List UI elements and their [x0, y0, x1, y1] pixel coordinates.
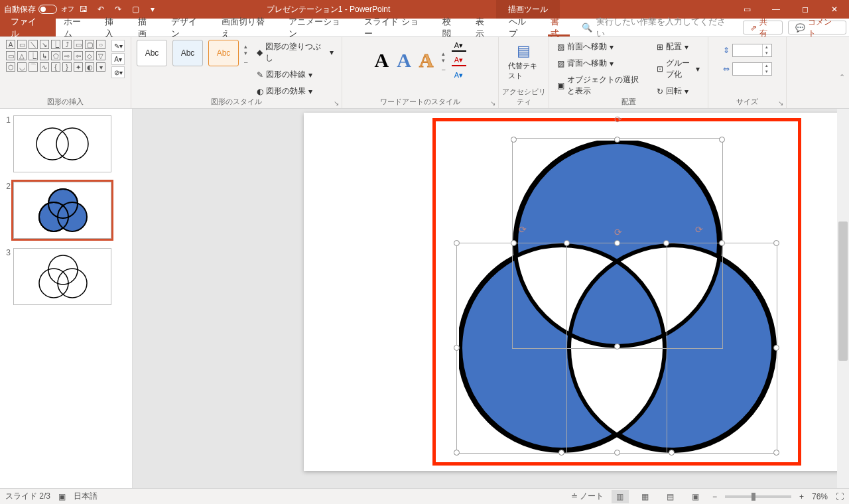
- zoom-in-icon[interactable]: +: [799, 492, 804, 501]
- resize-handle[interactable]: [614, 450, 620, 456]
- tab-transitions[interactable]: 画面切り替え: [214, 19, 281, 36]
- text-outline-button[interactable]: A▾: [452, 54, 466, 66]
- rotate-handle[interactable]: ⟳: [517, 224, 528, 235]
- resize-handle[interactable]: [564, 240, 570, 246]
- wordart-gallery[interactable]: A A A ▴▾⎯: [374, 49, 444, 72]
- slide-thumb-3[interactable]: [13, 248, 111, 305]
- align-icon: ⊞: [657, 42, 663, 52]
- resize-handle[interactable]: [614, 137, 620, 143]
- resize-handle[interactable]: [511, 240, 517, 246]
- resize-handle[interactable]: [454, 240, 460, 246]
- align-button[interactable]: ⊞配置 ▾: [654, 40, 691, 54]
- slideshow-start-icon[interactable]: ▢: [127, 1, 143, 17]
- send-backward-button[interactable]: ▨背面へ移動 ▾: [555, 56, 616, 70]
- tab-format[interactable]: 書式: [543, 19, 576, 36]
- rotate-handle[interactable]: ⟳: [694, 224, 704, 235]
- alt-text-icon: ▤: [517, 42, 531, 60]
- bring-forward-button[interactable]: ▧前面へ移動 ▾: [555, 40, 616, 54]
- tab-file[interactable]: ファイル: [0, 19, 56, 36]
- dialog-launcher-icon[interactable]: ↘: [490, 99, 495, 107]
- svg-point-9: [58, 269, 87, 298]
- zoom-level[interactable]: 76%: [812, 492, 828, 501]
- merge-shapes-button[interactable]: ⊘▾: [111, 66, 125, 78]
- sorter-view-icon[interactable]: ▦: [637, 490, 654, 503]
- slide-thumbnail-panel[interactable]: 1 2 3: [0, 109, 133, 488]
- height-input[interactable]: ▴▾: [732, 44, 772, 57]
- shape-effects-button[interactable]: ◐図形の効果 ▾: [254, 84, 315, 98]
- selection-pane-button[interactable]: ▣オブジェクトの選択と表示: [555, 73, 642, 98]
- tab-insert[interactable]: 挿入: [97, 19, 130, 36]
- svg-point-1: [56, 128, 88, 160]
- slide-canvas[interactable]: ⟳ ⟳ ⟳ ⟳: [304, 113, 849, 471]
- alt-text-button[interactable]: ▤ 代替テキスト: [504, 40, 543, 84]
- notes-button[interactable]: ≐ ノート: [571, 491, 604, 502]
- thumb-number: 3: [4, 248, 13, 257]
- rotate-button[interactable]: ↻回転 ▾: [654, 84, 691, 98]
- tell-me-search[interactable]: 🔍 実行したい作業を入力してください: [575, 19, 740, 36]
- resize-handle[interactable]: [511, 137, 517, 143]
- resize-handle[interactable]: [719, 240, 725, 246]
- language-status[interactable]: 日本語: [74, 491, 98, 502]
- shape-fill-button[interactable]: ◆図形の塗りつぶし ▾: [254, 40, 336, 65]
- autosave-toggle[interactable]: 自動保存 オフ: [4, 4, 74, 15]
- width-input[interactable]: ▴▾: [732, 62, 772, 76]
- shapes-gallery[interactable]: A▭＼↘⎿⤴▭▢○ ▭△⎿↳⬠⇨⇦◇▽ ⬡◡⌒∿{}✦◐▾: [6, 40, 109, 78]
- edit-shape-button[interactable]: ✎▾: [111, 40, 125, 52]
- dialog-launcher-icon[interactable]: ↘: [778, 99, 783, 107]
- spellcheck-icon[interactable]: ▣: [58, 492, 66, 501]
- save-icon[interactable]: 🖫: [76, 1, 92, 17]
- shape-style-gallery[interactable]: Abc Abc Abc ▴▾⎯: [137, 40, 247, 66]
- text-box-button[interactable]: A▾: [111, 53, 125, 65]
- dialog-launcher-icon[interactable]: ↘: [334, 99, 339, 107]
- group-label: ワードアートのスタイル: [342, 97, 498, 107]
- tab-view[interactable]: 表示: [468, 19, 501, 36]
- tab-review[interactable]: 校閲: [434, 19, 468, 36]
- qat-more-icon[interactable]: ▾: [145, 1, 161, 17]
- resize-handle[interactable]: [773, 450, 779, 456]
- vertical-scrollbar[interactable]: [837, 109, 849, 488]
- resize-handle[interactable]: [773, 345, 779, 351]
- fill-icon: ◆: [257, 48, 263, 57]
- tab-draw[interactable]: 描画: [130, 19, 163, 36]
- svg-point-0: [36, 128, 68, 160]
- zoom-slider[interactable]: [725, 495, 791, 498]
- share-button[interactable]: ⇗共有: [743, 21, 783, 34]
- slide-thumb-2[interactable]: [13, 182, 111, 239]
- collapse-ribbon-icon[interactable]: ⌃: [839, 73, 845, 82]
- comments-button[interactable]: 💬コメント: [788, 21, 847, 34]
- search-icon: 🔍: [582, 23, 592, 32]
- resize-handle[interactable]: [454, 450, 460, 456]
- resize-handle[interactable]: [669, 450, 675, 456]
- text-fill-button[interactable]: A▾: [452, 40, 466, 52]
- resize-handle[interactable]: [773, 240, 779, 246]
- tab-design[interactable]: デザイン: [163, 19, 214, 36]
- normal-view-icon[interactable]: ▥: [612, 490, 629, 503]
- undo-icon[interactable]: ↶: [93, 1, 109, 17]
- group-button[interactable]: ⊡グループ化 ▾: [654, 56, 702, 82]
- zoom-out-icon[interactable]: −: [712, 492, 717, 501]
- shape-outline-button[interactable]: ✎図形の枠線 ▾: [254, 68, 315, 82]
- slide-editor[interactable]: ⟳ ⟳ ⟳ ⟳: [133, 109, 849, 488]
- resize-handle[interactable]: [454, 345, 460, 351]
- redo-icon[interactable]: ↷: [110, 1, 126, 17]
- resize-handle[interactable]: [663, 240, 669, 246]
- tab-slideshow[interactable]: スライド ショー: [356, 19, 434, 36]
- tab-help[interactable]: ヘルプ: [501, 19, 543, 36]
- rotate-handle[interactable]: ⟳: [613, 114, 623, 125]
- slide-thumb-1[interactable]: [13, 115, 111, 172]
- resize-handle[interactable]: [614, 240, 620, 246]
- rotate-handle[interactable]: ⟳: [613, 227, 623, 237]
- tab-animations[interactable]: アニメーション: [281, 19, 356, 36]
- tab-home[interactable]: ホーム: [56, 19, 98, 36]
- fit-window-icon[interactable]: ⛶: [836, 492, 844, 501]
- thumb-number: 1: [4, 115, 13, 125]
- resize-handle[interactable]: [719, 137, 725, 143]
- text-effects-button[interactable]: A▾: [452, 69, 466, 81]
- resize-handle[interactable]: [558, 450, 564, 456]
- group-wordart-styles: A A A ▴▾⎯ A▾ A▾ A▾ ワードアートのスタイル ↘: [342, 37, 499, 108]
- resize-handle[interactable]: [614, 344, 620, 349]
- ribbon-options-icon[interactable]: ▭: [732, 0, 761, 19]
- slideshow-view-icon[interactable]: ▣: [687, 490, 704, 503]
- width-icon: ⇔: [723, 64, 730, 74]
- reading-view-icon[interactable]: ▤: [662, 490, 679, 503]
